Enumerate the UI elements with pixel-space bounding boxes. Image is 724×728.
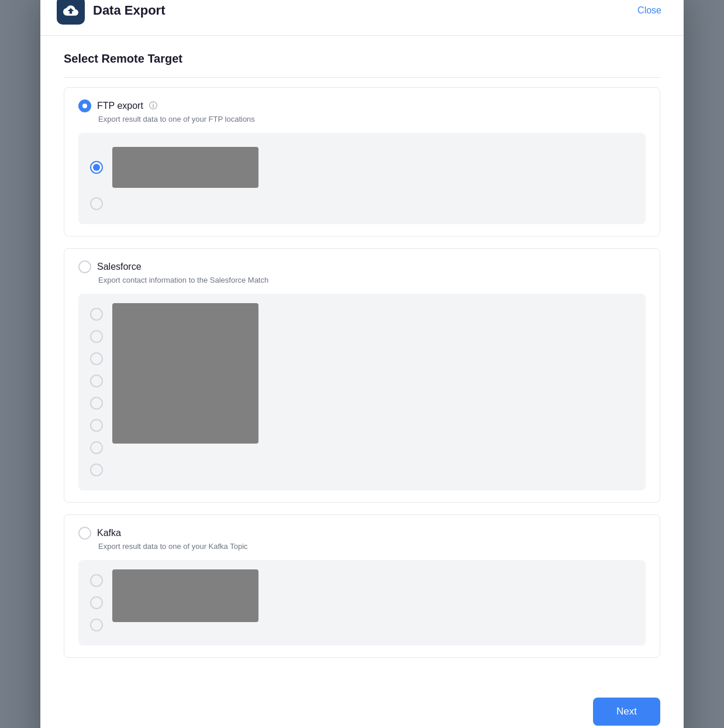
sf-row-5 [90,392,103,414]
sf-radio-7[interactable] [90,441,103,454]
sf-radio-5[interactable] [90,397,103,410]
next-button[interactable]: Next [593,698,660,726]
modal-overlay: Data Export Close Select Remote Target F… [0,0,724,728]
modal-title: Data Export [93,3,165,18]
kafka-radio-2[interactable] [90,596,103,609]
kafka-radio-1[interactable] [90,574,103,587]
ftp-sub-row-2 [90,193,634,215]
upload-cloud-icon [57,0,85,25]
sf-radio-2[interactable] [90,330,103,343]
kafka-radio-3[interactable] [90,619,103,631]
sf-radio-1[interactable] [90,308,103,321]
salesforce-sub-options [78,294,646,490]
sf-radio-4[interactable] [90,375,103,387]
salesforce-radio[interactable] [78,260,91,273]
ftp-sub-options [78,133,646,224]
salesforce-radio-list [90,303,103,481]
ftp-option-header: FTP export ⓘ [78,99,646,112]
modal-footer: Next [40,686,684,728]
sf-row-8 [90,459,103,481]
sf-row-7 [90,437,103,459]
ftp-placeholder-1 [112,147,258,188]
sf-row-1 [90,303,103,325]
header-left: Data Export [57,0,165,25]
kafka-row-1 [90,569,103,592]
kafka-option-header: Kafka [78,527,646,540]
kafka-radio-list [90,569,103,636]
sf-radio-8[interactable] [90,463,103,476]
ftp-option-label: FTP export [97,101,143,111]
kafka-option-desc: Export result data to one of your Kafka … [98,542,646,551]
ftp-sub-row-1 [90,142,634,193]
sf-row-3 [90,348,103,370]
modal-header: Data Export Close [40,0,684,36]
section-divider [64,77,660,78]
ftp-sub-radio-2[interactable] [90,197,103,210]
kafka-option-label: Kafka [97,528,121,538]
salesforce-option-header: Salesforce [78,260,646,273]
salesforce-option-label: Salesforce [97,262,142,272]
close-button[interactable]: Close [632,2,667,19]
ftp-radio[interactable] [78,99,91,112]
ftp-sub-radio-1[interactable] [90,161,103,174]
section-title: Select Remote Target [64,52,660,66]
modal-dialog: Data Export Close Select Remote Target F… [40,0,684,728]
ftp-option-group: FTP export ⓘ Export result data to one o… [64,87,660,236]
modal-body: Select Remote Target FTP export ⓘ Export… [40,36,684,686]
sf-row-6 [90,414,103,437]
sf-row-2 [90,325,103,348]
kafka-placeholder [112,569,258,622]
ftp-info-icon[interactable]: ⓘ [149,101,157,111]
kafka-row-2 [90,592,103,614]
kafka-row-3 [90,614,103,636]
salesforce-option-group: Salesforce Export contact information to… [64,248,660,503]
sf-radio-6[interactable] [90,419,103,432]
salesforce-placeholder [112,303,258,444]
sf-row-4 [90,370,103,392]
salesforce-option-desc: Export contact information to the Salesf… [98,276,646,284]
kafka-sub-options [78,560,646,645]
ftp-option-desc: Export result data to one of your FTP lo… [98,115,646,123]
kafka-radio[interactable] [78,527,91,540]
kafka-option-group: Kafka Export result data to one of your … [64,514,660,658]
sf-radio-3[interactable] [90,352,103,365]
